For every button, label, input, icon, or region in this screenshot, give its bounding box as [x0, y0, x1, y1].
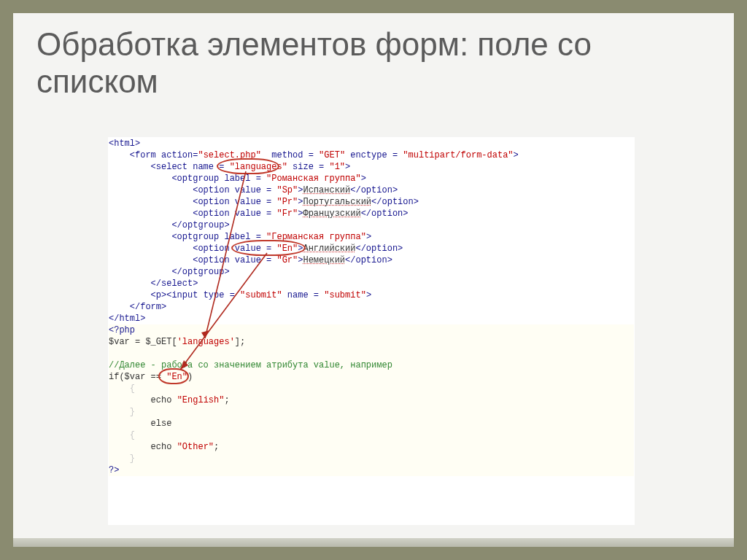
code: [109, 267, 171, 277]
code: [109, 255, 193, 265]
code: ?>: [109, 465, 119, 475]
code: type =: [204, 290, 240, 300]
code: ;: [224, 395, 229, 405]
code: <option: [193, 244, 235, 254]
code: </option>: [350, 185, 398, 195]
code: "Романская группа": [266, 174, 361, 184]
code: <select: [151, 162, 193, 172]
code: Немецкий: [303, 255, 345, 265]
code: "Pr": [276, 197, 298, 207]
code: [109, 174, 171, 184]
code: <option: [193, 209, 235, 219]
code: "multipart/form-data": [403, 150, 513, 160]
code: [109, 244, 193, 254]
code: [109, 162, 151, 172]
code: }: [109, 407, 135, 417]
code: [109, 197, 193, 207]
code: 'languages': [177, 337, 235, 347]
code: {: [109, 430, 135, 440]
code: </select>: [151, 279, 198, 289]
code: label =: [224, 232, 266, 242]
code: ): [187, 372, 193, 382]
code: <option: [193, 197, 235, 207]
code: value =: [235, 255, 277, 265]
code: "En": [166, 372, 187, 382]
code: </optgroup>: [171, 267, 229, 277]
code: <?php: [109, 325, 135, 335]
code: Английский: [303, 244, 355, 254]
code: [109, 279, 151, 289]
code: "languages": [230, 162, 287, 172]
code: if($var ==: [109, 372, 166, 382]
code: name =: [282, 290, 325, 300]
code: "English": [177, 395, 225, 405]
code: [109, 185, 193, 195]
code: </option>: [345, 255, 392, 265]
code: <option: [193, 185, 235, 195]
code: <html>: [109, 139, 140, 149]
code: [109, 209, 193, 219]
code: enctype =: [345, 150, 403, 160]
code: [109, 290, 151, 300]
code: </option>: [361, 209, 409, 219]
code: "submit": [324, 290, 366, 300]
code: [109, 150, 130, 160]
code: <optgroup: [171, 174, 224, 184]
code: name =: [193, 162, 229, 172]
code: [109, 232, 171, 242]
code-comment: //Далее - работа со значением атрибута v…: [109, 360, 392, 370]
code: >: [366, 232, 371, 242]
code: value =: [235, 244, 277, 254]
code: [109, 419, 130, 429]
code: "Gr": [276, 255, 298, 265]
code: value =: [235, 209, 277, 219]
code: "Fr": [276, 209, 298, 219]
code: "1": [329, 162, 345, 172]
code: value =: [235, 197, 277, 207]
code: </option>: [355, 244, 403, 254]
code: Французский: [303, 209, 360, 219]
code: "submit": [240, 290, 282, 300]
code: method =: [261, 150, 319, 160]
code: <form: [130, 150, 161, 160]
code: </option>: [371, 197, 419, 207]
code: label =: [224, 174, 266, 184]
code: "Sp": [276, 185, 298, 195]
code: echo: [130, 395, 177, 405]
slide-title: Обработка элементов форм: поле со списко…: [36, 26, 711, 100]
code: value =: [235, 185, 277, 195]
code: else: [130, 419, 172, 429]
code: >: [366, 290, 371, 300]
code: "Германская группа": [266, 232, 366, 242]
code: </form>: [130, 302, 166, 312]
code: <p><input: [151, 290, 204, 300]
code: ];: [235, 337, 245, 347]
code: [109, 442, 130, 452]
code: >: [361, 174, 366, 184]
code: "select.php": [198, 150, 260, 160]
code: >: [514, 150, 519, 160]
code: [109, 302, 130, 312]
code: action=: [161, 150, 198, 160]
code: <optgroup: [171, 232, 224, 242]
code: [109, 220, 171, 230]
code: Португальский: [303, 197, 371, 207]
code: ;: [214, 442, 219, 452]
code: "En": [276, 244, 298, 254]
code: echo: [130, 442, 177, 452]
code: {: [109, 384, 135, 394]
code: "Other": [177, 442, 214, 452]
code: $var = $_GET[: [109, 337, 177, 347]
code: >: [345, 162, 350, 172]
code: "GET": [319, 150, 345, 160]
code: [109, 395, 130, 405]
code: </optgroup>: [171, 220, 229, 230]
code-snippet: <html> <form action="select.php" method …: [108, 137, 635, 525]
slide: Обработка элементов форм: поле со списко…: [0, 0, 747, 560]
code: Испанский: [303, 185, 350, 195]
code: size =: [287, 162, 330, 172]
code: </html>: [109, 314, 145, 324]
code: <option: [193, 255, 235, 265]
code: }: [109, 454, 135, 464]
